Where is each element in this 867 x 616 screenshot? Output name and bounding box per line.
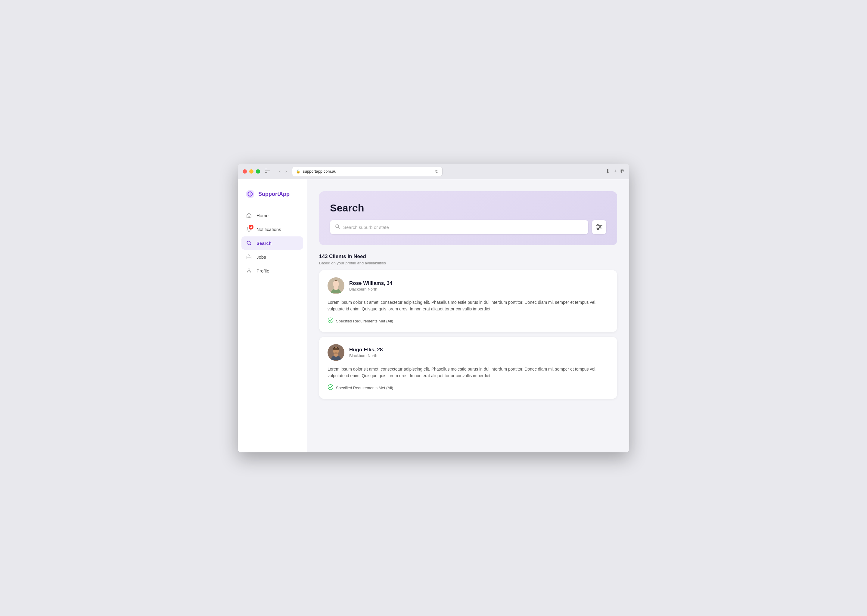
browser-actions: ⬇ + ⧉: [605, 168, 624, 175]
svg-point-16: [333, 281, 339, 287]
forward-button[interactable]: ›: [284, 168, 288, 175]
svg-point-13: [597, 228, 599, 230]
back-button[interactable]: ‹: [277, 168, 282, 175]
sidebar-item-home-label: Home: [257, 213, 268, 218]
url-text: supportapp.com.au: [303, 169, 336, 174]
svg-rect-2: [265, 172, 267, 173]
logo-text: SupportApp: [258, 191, 290, 197]
svg-point-11: [597, 225, 599, 226]
svg-rect-3: [248, 216, 250, 218]
svg-rect-0: [265, 169, 267, 169]
client-header-hugo: Hugo Ellis, 28 Blackburn North: [328, 344, 609, 361]
sidebar: SupportApp Home: [238, 179, 307, 453]
client-card-hugo-ellis[interactable]: Hugo Ellis, 28 Blackburn North Lorem ips…: [319, 337, 617, 399]
svg-point-12: [600, 226, 601, 228]
search-bar-row: [330, 220, 606, 234]
svg-rect-1: [265, 171, 270, 171]
sidebar-item-notifications-label: Notifications: [257, 227, 281, 232]
filter-icon: [596, 225, 602, 230]
notifications-badge: 4: [249, 225, 254, 229]
nav-items: Home 4 Notifications: [238, 209, 307, 277]
avatar-hugo-ellis: [328, 344, 344, 361]
main-content: Search: [307, 179, 629, 453]
bell-icon: 4: [246, 226, 252, 233]
close-button[interactable]: [243, 169, 247, 174]
client-location-hugo: Blackburn North: [349, 354, 383, 358]
browser-toolbar: ‹ › 🔒 supportapp.com.au ↻ ⬇ + ⧉: [238, 163, 629, 179]
client-card-rose-williams[interactable]: Rose Williams, 34 Blackburn North Lorem …: [319, 270, 617, 332]
person-icon: [246, 267, 252, 274]
client-header: Rose Williams, 34 Blackburn North: [328, 277, 609, 294]
tabs-icon[interactable]: ⧉: [620, 168, 624, 174]
requirements-badge-rose: Specified Requirements Met (All): [328, 317, 609, 325]
results-subtitle: Based on your profile and availabilities: [319, 261, 617, 265]
sidebar-item-home[interactable]: Home: [241, 209, 303, 222]
check-circle-icon-rose: [328, 317, 334, 325]
results-count: 143 Clients in Need: [319, 253, 617, 259]
browser-window: ‹ › 🔒 supportapp.com.au ↻ ⬇ + ⧉ Suppo: [238, 163, 629, 453]
lock-icon: 🔒: [296, 169, 300, 174]
requirements-text-hugo: Specified Requirements Met (All): [336, 386, 393, 390]
client-description-rose: Lorem ipsum dolor sit amet, consectetur …: [328, 299, 609, 313]
results-header: 143 Clients in Need Based on your profil…: [319, 253, 617, 265]
client-info-rose: Rose Williams, 34 Blackburn North: [349, 280, 392, 291]
app-container: SupportApp Home: [238, 179, 629, 453]
download-icon[interactable]: ⬇: [605, 168, 610, 175]
requirements-badge-hugo: Specified Requirements Met (All): [328, 384, 609, 391]
search-input-wrapper[interactable]: [330, 220, 588, 234]
svg-point-17: [334, 286, 338, 290]
maximize-button[interactable]: [256, 169, 260, 174]
client-description-hugo: Lorem ipsum dolor sit amet, consectetur …: [328, 366, 609, 379]
client-name-hugo: Hugo Ellis, 28: [349, 347, 383, 353]
new-tab-icon[interactable]: +: [613, 168, 617, 174]
svg-point-24: [328, 384, 333, 390]
svg-point-23: [334, 352, 338, 354]
svg-point-6: [248, 269, 250, 271]
check-circle-icon-hugo: [328, 384, 334, 391]
briefcase-icon: [246, 253, 252, 260]
minimize-button[interactable]: [249, 169, 254, 174]
logo-icon: [245, 189, 255, 199]
reload-button[interactable]: ↻: [435, 169, 438, 174]
home-icon: [246, 212, 252, 218]
browser-nav: ‹ ›: [277, 168, 288, 175]
client-info-hugo: Hugo Ellis, 28 Blackburn North: [349, 347, 383, 358]
page-title: Search: [330, 202, 606, 214]
search-input[interactable]: [343, 225, 583, 230]
logo-area: SupportApp: [238, 189, 307, 206]
sidebar-item-search-label: Search: [257, 240, 271, 246]
sidebar-item-jobs[interactable]: Jobs: [241, 250, 303, 264]
traffic-lights: [243, 169, 260, 174]
sidebar-item-profile[interactable]: Profile: [241, 264, 303, 277]
client-name-rose: Rose Williams, 34: [349, 280, 392, 286]
sidebar-toggle-button[interactable]: [264, 168, 271, 175]
sidebar-item-search[interactable]: Search: [241, 236, 303, 250]
svg-point-18: [328, 317, 333, 323]
filter-button[interactable]: [592, 220, 606, 234]
sidebar-item-profile-label: Profile: [257, 268, 270, 273]
sidebar-item-jobs-label: Jobs: [257, 255, 266, 259]
client-location-rose: Blackburn North: [349, 287, 392, 291]
search-icon: [335, 224, 340, 231]
search-nav-icon: [246, 240, 252, 246]
sidebar-item-notifications[interactable]: 4 Notifications: [241, 223, 303, 236]
search-header-panel: Search: [319, 191, 617, 245]
avatar-rose-williams: [328, 277, 344, 294]
svg-rect-5: [247, 256, 251, 259]
address-bar[interactable]: 🔒 supportapp.com.au ↻: [292, 167, 443, 176]
requirements-text-rose: Specified Requirements Met (All): [336, 319, 393, 323]
